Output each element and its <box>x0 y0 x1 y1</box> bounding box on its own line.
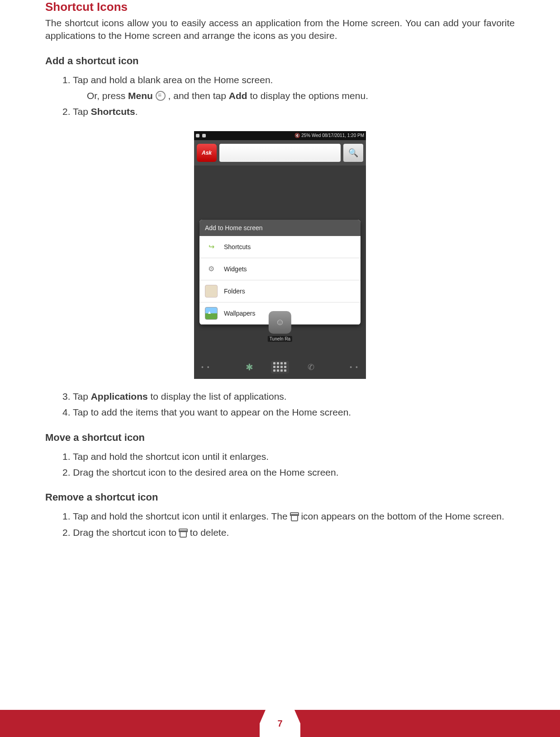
remove-step-2: 2. Drag the shortcut icon to to delete. <box>62 526 515 539</box>
text: Or, press <box>87 90 128 101</box>
dialog-item-shortcuts[interactable]: ↪ Shortcuts <box>199 236 361 258</box>
home-body: Add to Home screen ↪ Shortcuts ⚙ Widgets… <box>194 165 366 355</box>
dialog-item-folders[interactable]: Folders <box>199 280 361 302</box>
page-footer: 7 <box>0 710 560 737</box>
list-number: 2. <box>62 467 73 477</box>
widgets-icon: ⚙ <box>205 263 218 275</box>
dialog-title: Add to Home screen <box>199 220 361 236</box>
text: Drag the shortcut icon to <box>73 527 179 538</box>
step-text: Drag the shortcut icon to the desired ar… <box>73 467 338 477</box>
dialog-item-widgets[interactable]: ⚙ Widgets <box>199 258 361 280</box>
remove-step-1: 1. Tap and hold the shortcut icon until … <box>62 510 515 523</box>
dialog-item-label: Widgets <box>224 265 247 273</box>
section-heading: Shortcut Icons <box>45 0 515 14</box>
text: Tap <box>73 391 91 402</box>
intro-paragraph: The shortcut icons allow you to easily a… <box>45 17 515 43</box>
app-drawer-icon[interactable] <box>271 361 289 373</box>
app-shortcut-tunein[interactable]: ☺ TuneIn Ra <box>268 311 292 342</box>
add-to-home-dialog: Add to Home screen ↪ Shortcuts ⚙ Widgets… <box>199 220 361 325</box>
status-left-icons <box>196 134 206 137</box>
list-number: 1. <box>62 511 73 521</box>
move-subheading: Move a shortcut icon <box>45 432 515 444</box>
list-number: 1. <box>62 75 73 85</box>
status-bar: 🔇 25% Wed 08/17/2011, 1:20 PM <box>194 131 366 140</box>
text: , and then tap <box>166 90 229 101</box>
search-icon: 🔍 <box>348 148 358 158</box>
remove-subheading: Remove a shortcut icon <box>45 491 515 503</box>
app-label: TuneIn Ra <box>268 336 292 342</box>
volume-icon: 🔇 <box>294 133 301 138</box>
add-step-3: 3. Tap Applications to display the list … <box>62 390 515 403</box>
text: to display the list of applications. <box>148 391 287 402</box>
shortcuts-icon: ↪ <box>205 241 218 253</box>
trash-icon <box>179 529 187 538</box>
text: Tap and hold the shortcut icon until it … <box>73 511 290 521</box>
text: to display the options menu. <box>247 90 368 101</box>
trash-icon <box>290 512 299 521</box>
add-step-2: 2. Tap Shortcuts. <box>62 105 515 118</box>
status-icon <box>202 134 206 137</box>
bold-text: Add <box>229 90 247 101</box>
radio-icon: ☺ <box>269 311 291 334</box>
wallpapers-icon <box>205 307 218 320</box>
text: . <box>135 106 138 117</box>
search-button[interactable]: 🔍 <box>343 144 363 162</box>
dialog-item-label: Wallpapers <box>224 310 256 317</box>
list-number: 2. <box>62 527 73 538</box>
settings-icon[interactable]: ✱ <box>243 361 256 373</box>
move-step-2: 2. Drag the shortcut icon to the desired… <box>62 466 515 479</box>
nav-bar: • • ✱ ✆ • • <box>194 355 366 379</box>
list-number: 1. <box>62 451 73 462</box>
status-right-text: 🔇 25% Wed 08/17/2011, 1:20 PM <box>294 133 364 138</box>
status-icon <box>196 134 199 137</box>
menu-icon <box>156 91 166 101</box>
list-number: 4. <box>62 407 73 417</box>
search-input[interactable] <box>219 144 341 162</box>
add-step-4: 4. Tap to add the items that you want to… <box>62 406 515 419</box>
bold-text: Menu <box>128 90 153 101</box>
phone-icon[interactable]: ✆ <box>304 361 317 373</box>
right-dots-icon[interactable]: • • <box>350 364 359 371</box>
list-number: 2. <box>62 106 73 117</box>
text: Tap <box>73 106 91 117</box>
add-step-1: 1. Tap and hold a blank area on the Home… <box>62 73 515 86</box>
step-text: Tap and hold the shortcut icon until it … <box>73 451 269 462</box>
search-row: Ask 🔍 <box>194 140 366 165</box>
dialog-item-label: Shortcuts <box>224 243 251 250</box>
left-dots-icon[interactable]: • • <box>201 364 210 371</box>
bold-text: Shortcuts <box>91 106 135 117</box>
text: to delete. <box>187 527 229 538</box>
list-number: 3. <box>62 391 73 402</box>
move-step-1: 1. Tap and hold the shortcut icon until … <box>62 450 515 463</box>
text: icon appears on the bottom of the Home s… <box>299 511 504 521</box>
step-text: Tap to add the items that you want to ap… <box>73 407 351 417</box>
ask-logo[interactable]: Ask <box>197 144 217 162</box>
device-screenshot: 🔇 25% Wed 08/17/2011, 1:20 PM Ask 🔍 Add … <box>194 131 366 379</box>
page-number: 7 <box>260 710 300 737</box>
step-text: Tap and hold a blank area on the Home sc… <box>73 75 273 85</box>
bold-text: Applications <box>91 391 148 402</box>
status-text: 25% Wed 08/17/2011, 1:20 PM <box>301 133 364 138</box>
add-step-1-alt: Or, press Menu , and then tap Add to dis… <box>87 89 515 102</box>
add-subheading: Add a shortcut icon <box>45 55 515 67</box>
dialog-item-label: Folders <box>224 288 245 295</box>
folders-icon <box>205 285 218 298</box>
